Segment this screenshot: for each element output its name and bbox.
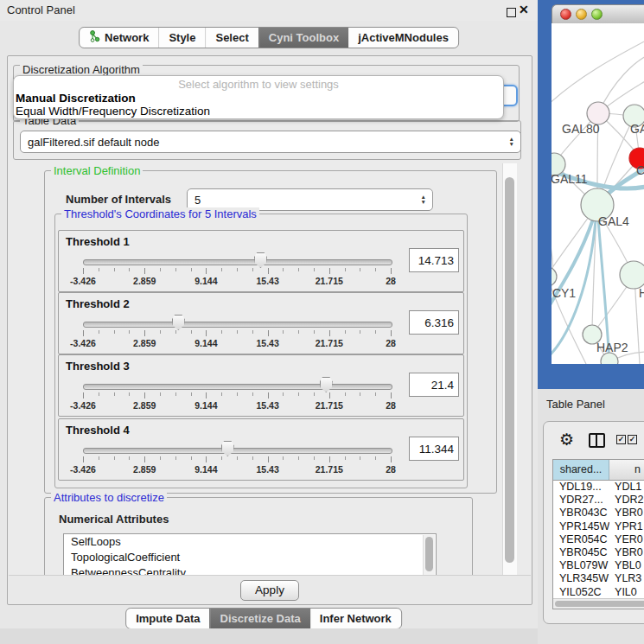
slider-tick — [221, 268, 222, 271]
threshold-slider-track[interactable] — [83, 448, 392, 454]
attributes-list-scrollbar-thumb[interactable] — [425, 537, 433, 571]
spinner-arrows-icon: ▲▼ — [421, 194, 426, 205]
threshold-slider-thumb[interactable] — [320, 377, 333, 392]
slider-tick-label: 15.43 — [242, 338, 294, 348]
table-data-combo[interactable]: galFiltered.sif default node ▲▼ — [20, 131, 521, 153]
table-row[interactable]: YIL052CYIL0 — [553, 586, 644, 599]
slider-tick-label: 21.715 — [303, 400, 355, 411]
slider-tick — [268, 330, 269, 336]
slider-tick — [160, 330, 161, 334]
algorithm-dropdown: Select algorithm to view settings Manual… — [13, 75, 504, 119]
slider-tick-label: 9.144 — [180, 276, 232, 286]
threshold-value-field[interactable]: 11.344 — [409, 437, 459, 461]
algorithm-legend: Discretization Algorithm — [20, 63, 143, 76]
tab-discretize-data[interactable]: Discretize Data — [210, 609, 310, 628]
slider-tick-label: 28 — [365, 400, 417, 411]
gear-icon[interactable]: ⚙ — [559, 430, 574, 450]
settings-scrollbar-thumb[interactable] — [505, 177, 514, 563]
slider-tick — [237, 456, 238, 460]
tab-impute-data[interactable]: Impute Data — [126, 609, 209, 628]
network-node-label: GCY1 — [552, 286, 576, 300]
slider-tick — [175, 330, 176, 334]
columns-icon[interactable] — [589, 433, 605, 448]
tab-jactivemnodules[interactable]: jActiveMNodules — [348, 28, 458, 48]
threshold-slider-thumb[interactable] — [221, 441, 234, 456]
slider-tick — [329, 456, 330, 462]
attribute-list-item[interactable]: SelfLoops — [64, 534, 436, 550]
apply-button[interactable]: Apply — [240, 580, 299, 601]
slider-tick-label: 28 — [365, 464, 417, 475]
slider-tick — [144, 456, 145, 462]
tab-network[interactable]: Network — [80, 28, 158, 48]
float-window-icon[interactable] — [507, 8, 516, 17]
network-canvas[interactable]: GAL80GACGAL11GAL4GCY1HAHAP2 — [552, 23, 644, 364]
threshold-slider-track[interactable] — [83, 259, 392, 265]
algorithm-option-manual[interactable]: Manual Discretization — [14, 92, 503, 105]
checkbox-icon-2[interactable]: ✓ — [628, 435, 637, 444]
slider-tick — [99, 456, 99, 460]
network-node-label: GAL11 — [552, 172, 588, 186]
tab-cyni-toolbox[interactable]: Cyni Toolbox — [258, 28, 348, 48]
slider-tick — [360, 392, 360, 396]
slider-tick — [83, 456, 84, 462]
slider-tick-label: 15.43 — [242, 400, 294, 411]
column-header-name[interactable]: n — [609, 460, 644, 480]
slider-tick — [129, 392, 130, 396]
threshold-value-field[interactable]: 6.316 — [409, 310, 459, 335]
cell-shared-name: YLR345W — [553, 572, 609, 585]
mac-close-icon[interactable] — [560, 9, 571, 20]
threshold-value-field[interactable]: 14.713 — [409, 248, 459, 272]
algorithm-option-equal-width[interactable]: Equal Width/Frequency Discretization — [14, 105, 503, 118]
slider-tick — [221, 392, 222, 396]
slider-tick — [360, 456, 360, 460]
thresholds-fieldset: Threshold 1-3.4262.8599.14415.4321.71528… — [54, 214, 468, 488]
settings-scrollbar[interactable] — [502, 163, 517, 575]
network-node-gcy1[interactable] — [552, 267, 557, 286]
table-row[interactable]: YBR043CYBR0 — [553, 507, 644, 520]
table-row[interactable]: YDL19...YDL1 — [553, 481, 644, 494]
tab-infer-network[interactable]: Infer Network — [310, 609, 401, 628]
tab-label: jActiveMNodules — [358, 31, 449, 44]
slider-tick — [283, 330, 284, 334]
tab-label: Impute Data — [136, 612, 200, 625]
threshold-slider-track[interactable] — [83, 384, 392, 390]
bottom-strip — [0, 628, 538, 644]
tab-label: Network — [105, 31, 149, 44]
mac-minimize-icon[interactable] — [576, 9, 587, 20]
node-table[interactable]: shared... n YDL19...YDL1YDR27...YDR2YBR0… — [552, 459, 644, 609]
attribute-list-item[interactable]: TopologicalCoefficient — [64, 550, 436, 565]
network-window-titlebar[interactable] — [552, 4, 644, 25]
threshold-slider-thumb[interactable] — [172, 315, 185, 330]
slider-tick-label: 15.43 — [242, 464, 294, 475]
cell-name: YDR2 — [609, 494, 644, 507]
slider-tick-label: -3.426 — [57, 338, 109, 348]
combo-stepper-icon: ▲▼ — [509, 137, 514, 147]
table-hscrollbar-thumb[interactable] — [555, 601, 644, 607]
table-row[interactable]: YBL079WYBL0 — [553, 559, 644, 572]
tab-style[interactable]: Style — [158, 28, 205, 48]
network-node-ha[interactable] — [620, 261, 644, 289]
tab-select[interactable]: Select — [205, 28, 258, 48]
mac-zoom-icon[interactable] — [591, 9, 603, 20]
close-icon[interactable]: ✕ — [519, 3, 529, 16]
table-row[interactable]: YLR345WYLR3 — [553, 572, 644, 585]
table-row[interactable]: YDR27...YDR2 — [553, 494, 644, 507]
cell-shared-name: YBR045C — [553, 546, 609, 559]
threshold-value-field[interactable]: 21.4 — [409, 373, 459, 397]
cell-name: YPR1 — [609, 520, 644, 533]
threshold-slider-thumb[interactable] — [254, 252, 267, 268]
slider-tick — [99, 268, 99, 271]
slider-tick — [314, 268, 315, 271]
slider-tick — [191, 392, 192, 396]
threshold-slider-track[interactable] — [83, 322, 392, 328]
table-row[interactable]: YBR045CYBR0 — [553, 546, 644, 559]
column-header-shared-name[interactable]: shared... — [553, 460, 609, 480]
slider-tick — [160, 392, 161, 396]
table-row[interactable]: YPR145WYPR1 — [553, 520, 644, 533]
tab-label: Select — [215, 31, 248, 44]
table-hscrollbar[interactable] — [553, 598, 644, 609]
attributes-list-scrollbar[interactable] — [423, 535, 435, 575]
checkbox-icon-1[interactable]: ✓ — [616, 435, 626, 444]
numerical-attributes-list[interactable]: SelfLoopsTopologicalCoefficientBetweenne… — [63, 533, 437, 577]
table-row[interactable]: YER054CYER0 — [553, 533, 644, 546]
